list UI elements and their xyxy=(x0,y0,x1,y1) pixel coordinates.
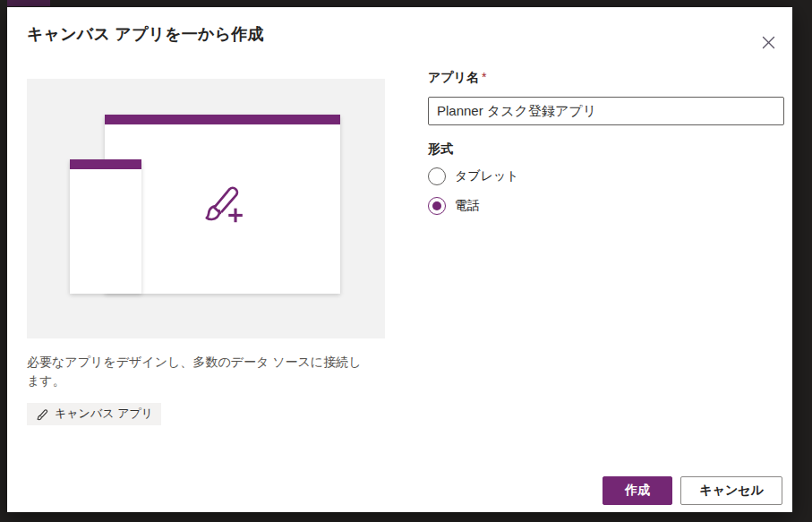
phone-mockup-bar xyxy=(70,159,141,169)
app-type-description: 必要なアプリをデザインし、多数のデータ ソースに接続します。 xyxy=(27,353,363,390)
close-button[interactable] xyxy=(753,27,783,57)
required-marker: * xyxy=(482,70,486,84)
app-preview-illustration xyxy=(27,79,385,338)
radio-label-phone: 電話 xyxy=(455,198,480,214)
radio-option-phone[interactable]: 電話 xyxy=(428,197,480,215)
cancel-button[interactable]: キャンセル xyxy=(680,476,782,505)
canvas-app-badge: キャンバス アプリ xyxy=(27,403,161,425)
format-label: 形式 xyxy=(428,141,453,158)
radio-option-tablet[interactable]: タブレット xyxy=(428,167,519,185)
phone-mockup xyxy=(70,159,141,294)
radio-label-tablet: タブレット xyxy=(455,168,519,184)
create-button[interactable]: 作成 xyxy=(603,476,672,505)
radio-circle-phone[interactable] xyxy=(428,197,446,215)
dialog-title: キャンバス アプリを一から作成 xyxy=(27,23,264,45)
app-name-input[interactable] xyxy=(428,97,784,125)
modal-overlay: キャンバス アプリを一から作成 xyxy=(0,0,812,522)
tablet-mockup-bar xyxy=(105,115,340,124)
radio-circle-tablet[interactable] xyxy=(428,167,446,185)
dialog-footer: 作成 キャンセル xyxy=(603,476,782,505)
close-icon xyxy=(762,36,775,49)
background-artifact xyxy=(7,0,50,6)
canvas-app-badge-label: キャンバス アプリ xyxy=(55,406,153,422)
paintbrush-plus-icon xyxy=(197,179,247,229)
brush-icon xyxy=(35,407,48,421)
app-name-label: アプリ名* xyxy=(428,70,486,86)
create-canvas-app-dialog: キャンバス アプリを一から作成 xyxy=(7,7,792,512)
